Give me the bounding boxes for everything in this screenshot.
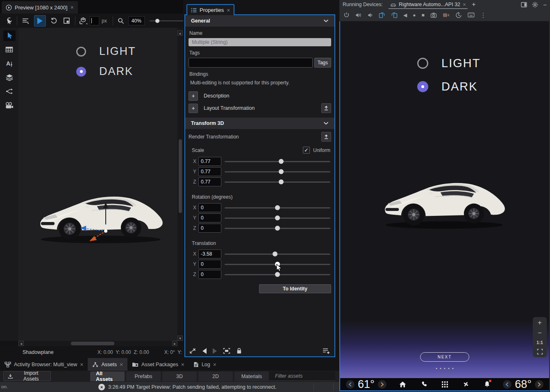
home-circle-icon[interactable]: ● xyxy=(413,12,416,18)
frame-mode-icon[interactable] xyxy=(62,16,71,26)
slider-handle[interactable] xyxy=(155,19,159,23)
slider-handle[interactable] xyxy=(273,252,277,256)
close-icon[interactable]: × xyxy=(120,362,123,367)
device-light-option[interactable]: LIGHT xyxy=(417,57,480,70)
zoom-level-value[interactable]: 40% xyxy=(128,16,145,25)
slider-handle[interactable] xyxy=(275,226,280,231)
scale-x-slider[interactable] xyxy=(225,157,330,166)
preview-viewport[interactable]: LIGHT DARK xyxy=(18,28,177,341)
apps-grid-icon[interactable] xyxy=(441,381,448,388)
rotate-right-icon[interactable] xyxy=(391,12,398,18)
keyboard-input-icon[interactable] xyxy=(468,12,475,18)
rotation-x-slider[interactable] xyxy=(225,203,330,212)
tab-all-assets[interactable]: All Assets xyxy=(90,372,125,381)
scale-x-input[interactable] xyxy=(198,157,221,166)
tab-prefabs[interactable]: Prefabs xyxy=(126,372,161,381)
select-tool-button[interactable] xyxy=(3,30,16,41)
revert-selection-icon[interactable] xyxy=(189,348,196,354)
volume-up-icon[interactable] xyxy=(355,12,362,18)
snapshot-restore-icon[interactable] xyxy=(455,12,462,18)
dark-option[interactable]: DARK xyxy=(76,65,133,78)
temp-right-increase-icon[interactable] xyxy=(535,380,543,389)
screenshot-camera-icon[interactable] xyxy=(430,12,437,18)
minimize-icon[interactable]: − xyxy=(543,1,547,8)
translation-y-slider[interactable] xyxy=(225,260,330,269)
translation-z-input[interactable] xyxy=(198,270,221,279)
light-radio[interactable] xyxy=(417,58,428,69)
zoom-in-icon[interactable]: + xyxy=(538,319,541,326)
tab-activity-browser[interactable]: Activity Browser: Multi_view × xyxy=(0,358,88,371)
dark-radio[interactable] xyxy=(417,81,428,92)
close-icon[interactable]: × xyxy=(213,362,216,367)
camera-button[interactable] xyxy=(3,100,16,111)
tab-asset-packages[interactable]: Asset Packages × xyxy=(127,358,189,371)
grid-view-button[interactable] xyxy=(3,44,16,55)
more-options-icon[interactable]: ⋮ xyxy=(480,11,486,19)
general-section-header[interactable]: General xyxy=(185,15,334,27)
layers-button[interactable] xyxy=(3,72,16,83)
filter-assets-field[interactable] xyxy=(269,372,335,381)
temp-right-decrease-icon[interactable] xyxy=(503,380,511,389)
next-button[interactable]: NEXT xyxy=(420,352,469,362)
text-node-button[interactable]: A xyxy=(3,58,16,69)
scroll-right-icon[interactable]: ▸ xyxy=(172,341,177,346)
scale-y-input[interactable] xyxy=(198,167,221,176)
tab-2d[interactable]: 2D xyxy=(198,372,233,381)
history-back-icon[interactable] xyxy=(202,348,207,354)
pixel-size-input[interactable] xyxy=(90,16,99,25)
translation-x-slider[interactable] xyxy=(225,249,330,258)
scroll-up-icon[interactable]: ▴ xyxy=(177,30,183,36)
history-forward-icon[interactable] xyxy=(213,348,217,354)
close-icon[interactable]: × xyxy=(70,5,74,10)
add-layout-transformation-button[interactable]: + xyxy=(189,104,198,113)
zoom-out-icon[interactable]: − xyxy=(538,330,541,336)
slider-handle[interactable] xyxy=(275,272,280,277)
slider-handle[interactable] xyxy=(275,215,280,220)
vertical-scrollbar[interactable]: ▴ ▾ xyxy=(177,28,183,341)
fit-screen-icon[interactable] xyxy=(537,349,543,355)
tab-materials[interactable]: Materials xyxy=(234,372,269,381)
zoom-slider[interactable] xyxy=(150,17,183,25)
notifications[interactable] xyxy=(484,381,491,388)
fan-climate-icon[interactable] xyxy=(462,381,470,388)
tab-log[interactable]: Log × xyxy=(189,358,221,371)
tags-button[interactable]: Tags xyxy=(314,58,331,68)
horizontal-scrollbar[interactable]: ◂ ▸ xyxy=(18,341,177,346)
temp-left-increase-icon[interactable] xyxy=(378,380,386,389)
zoom-magnifier-icon[interactable] xyxy=(116,16,126,26)
import-assets-button[interactable]: Import Assets xyxy=(3,371,51,381)
close-icon[interactable]: × xyxy=(463,2,466,7)
phone-icon[interactable] xyxy=(420,381,427,388)
tab-3d[interactable]: 3D xyxy=(162,372,197,381)
close-icon[interactable]: × xyxy=(80,362,83,367)
home-icon[interactable] xyxy=(399,381,407,388)
name-input[interactable] xyxy=(189,38,331,46)
rotation-x-input[interactable] xyxy=(198,203,221,212)
tab-properties[interactable]: Properties × xyxy=(186,4,234,15)
rotate-left-icon[interactable] xyxy=(379,12,385,18)
uniform-checkbox[interactable]: ✓ xyxy=(303,147,310,154)
lock-icon[interactable] xyxy=(236,348,242,354)
add-description-button[interactable]: + xyxy=(189,91,198,101)
filter-assets-input[interactable] xyxy=(274,373,343,379)
export-layout-transformation-button[interactable] xyxy=(321,103,331,113)
state-flow-button[interactable] xyxy=(3,86,16,97)
tab-device[interactable]: Rightware Automo...API 32 × xyxy=(389,0,468,9)
add-device-icon[interactable]: + xyxy=(472,1,475,8)
light-option[interactable]: LIGHT xyxy=(76,45,136,58)
scroll-down-icon[interactable]: ▾ xyxy=(177,335,183,341)
select-in-tree-icon[interactable] xyxy=(223,348,230,354)
transform3d-section-header[interactable]: Transform 3D xyxy=(185,118,334,129)
layout-panel-icon[interactable] xyxy=(521,2,527,7)
to-identity-button[interactable]: To Identity xyxy=(259,284,331,293)
close-icon[interactable]: × xyxy=(181,362,184,367)
export-render-transformation-button[interactable] xyxy=(321,132,331,142)
actual-size-button[interactable]: 1:1 xyxy=(536,340,543,345)
power-icon[interactable] xyxy=(343,12,350,18)
slider-handle[interactable] xyxy=(279,179,284,184)
layout-panel-icon[interactable] xyxy=(20,16,30,26)
tags-input[interactable] xyxy=(189,58,313,68)
transform-cube-icon[interactable] xyxy=(78,16,88,26)
scale-z-slider[interactable] xyxy=(225,177,330,186)
gear-icon[interactable] xyxy=(532,2,538,8)
